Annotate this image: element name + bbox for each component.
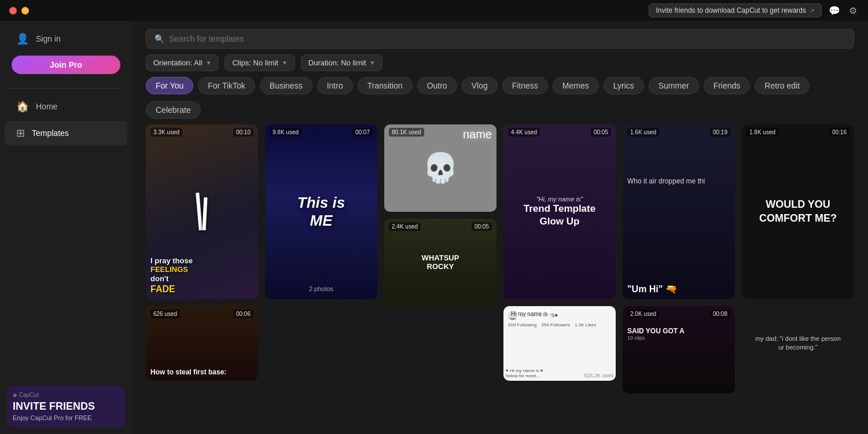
capcut-logo: ◈ CapCut bbox=[13, 392, 119, 398]
orientation-label: Orientation: All bbox=[153, 58, 203, 67]
card3-overlay-top: 80.1K used name bbox=[384, 124, 496, 145]
duration-filter[interactable]: Duration: No limit ▼ bbox=[301, 54, 383, 71]
card1-duration-badge: 00:10 bbox=[233, 128, 253, 137]
sidebar-item-templates[interactable]: ⊞ Templates bbox=[5, 121, 127, 145]
sidebar: 👤 Sign in Join Pro 🏠 Home ⊞ Templates ◈ … bbox=[0, 21, 132, 434]
card6-overlay-top: 1.8K used 00:16 bbox=[742, 124, 854, 140]
card4b-meta-bottom: 525.2K used bbox=[584, 369, 613, 380]
clips-filter[interactable]: Clips: No limit ▼ bbox=[225, 54, 295, 71]
card3b-overlay-top: 2.4K used 00:05 bbox=[384, 219, 496, 234]
traffic-light-red[interactable] bbox=[9, 7, 17, 14]
clips-label: Clips: No limit bbox=[232, 58, 278, 67]
traffic-light-yellow[interactable] bbox=[21, 7, 29, 14]
tag-business[interactable]: Business bbox=[260, 77, 312, 94]
card5-duration-badge: 00:19 bbox=[710, 128, 730, 137]
template-card-glow-up[interactable]: 4.4K used 00:05 "Hi, my name is" Trend T… bbox=[503, 124, 616, 299]
template-card-would-you[interactable]: 1.8K used 00:16 WOULD YOUCOMFORT ME? WOU… bbox=[742, 124, 854, 299]
tags-row-2: Celebrate bbox=[132, 101, 868, 124]
card4-overlay-top: 4.4K used 00:05 bbox=[503, 124, 616, 140]
message-icon[interactable]: 💬 bbox=[829, 5, 840, 16]
tag-for-you[interactable]: For You bbox=[146, 77, 193, 94]
tag-friends[interactable]: Friends bbox=[704, 77, 751, 94]
card1-overlay-top: 3.3K used 00:10 bbox=[146, 124, 258, 140]
polaroid-2 bbox=[203, 197, 208, 230]
invite-card-sub: Enjoy CapCut Pro for FREE bbox=[13, 414, 119, 421]
tag-transition[interactable]: Transition bbox=[358, 77, 413, 94]
invite-banner[interactable]: Invite friends to download CapCut to get… bbox=[649, 3, 822, 17]
card-thumbnail-1: I pray thoseFEELINGSdon'tFADE 3.3K used … bbox=[146, 124, 258, 299]
tag-summer[interactable]: Summer bbox=[649, 77, 699, 94]
polaroid-group bbox=[197, 193, 207, 230]
card3b-text: WHATSUPROCKY bbox=[422, 253, 459, 271]
duration-chevron-icon: ▼ bbox=[370, 60, 376, 66]
template-card-rock-with-me[interactable]: 2.0K used 00:08 SAID YOU GOT A 10 clips … bbox=[623, 306, 735, 393]
template-card-this-is-me[interactable]: 9.8K used 00:07 This isME 2 photos This … bbox=[265, 124, 377, 299]
card2-main-text: This isME bbox=[293, 189, 350, 234]
home-label: Home bbox=[36, 102, 57, 111]
invite-friends-card[interactable]: ◈ CapCut INVITE FRIENDS Enjoy CapCut Pro… bbox=[7, 386, 125, 427]
polaroid-photo-2 bbox=[204, 199, 205, 225]
card5-who-dropped: Who it air dropped me thi bbox=[627, 177, 730, 185]
tag-fitness[interactable]: Fitness bbox=[502, 77, 548, 94]
card5-um-hi-text: "Um Hi" 🔫 bbox=[627, 284, 677, 295]
card6-main-text: WOULD YOUCOMFORT ME? bbox=[750, 189, 846, 234]
card2-thumbnail: 9.8K used 00:07 This isME 2 photos bbox=[265, 124, 377, 299]
card3-name-text: name bbox=[463, 128, 492, 141]
tag-vlog[interactable]: Vlog bbox=[462, 77, 498, 94]
card5-used-badge: 1.6K used bbox=[627, 128, 659, 137]
template-card-hi-my-name-profile[interactable]: Hi my name is ♥ EASY-EDITS♥ 209 Followin… bbox=[503, 306, 616, 381]
card4-duration-badge: 00:05 bbox=[591, 128, 611, 137]
filters-row: Orientation: All ▼ Clips: No limit ▼ Dur… bbox=[132, 54, 868, 77]
card5b-used-badge: 2.0K used bbox=[627, 310, 659, 318]
template-card-my-dad[interactable]: my dad: "i dont like the personur becomi… bbox=[742, 306, 854, 381]
invite-card-title: INVITE FRIENDS bbox=[13, 400, 119, 413]
sidebar-item-home[interactable]: 🏠 Home bbox=[5, 94, 127, 119]
template-grid: I pray thoseFEELINGSdon'tFADE 3.3K used … bbox=[146, 124, 854, 393]
template-card-ride-for-me[interactable]: I pray thoseFEELINGSdon'tFADE 3.3K used … bbox=[146, 124, 258, 299]
card4b-overlay-top: Hi my name is bbox=[503, 306, 616, 322]
card1b-used-badge: 626 used bbox=[150, 310, 180, 318]
topbar: Invite friends to download CapCut to get… bbox=[0, 0, 868, 21]
settings-icon[interactable]: ⚙ bbox=[847, 5, 859, 16]
card5-overlay-top: 1.6K used 00:19 bbox=[623, 124, 735, 140]
card4-text: "Hi, my name is" Trend TemplateGlow Up bbox=[519, 191, 600, 233]
skeleton-icon: 💀 bbox=[422, 151, 458, 185]
card2-sub-text: 2 photos bbox=[309, 285, 333, 292]
template-card-um-hi[interactable]: 1.6K used 00:19 Who it air dropped me th… bbox=[623, 124, 735, 299]
join-pro-button[interactable]: Join Pro bbox=[12, 56, 120, 74]
orientation-filter[interactable]: Orientation: All ▼ bbox=[146, 54, 219, 71]
card6-used-badge: 1.8K used bbox=[746, 128, 778, 137]
home-icon: 🏠 bbox=[16, 100, 29, 113]
card3-used-badge: 80.1K used bbox=[389, 128, 424, 137]
card5-thumbnail: 1.6K used 00:19 Who it air dropped me th… bbox=[623, 124, 735, 299]
card1-thumb-text: I pray thoseFEELINGSdon'tFADE bbox=[150, 256, 253, 295]
template-card-new-meme[interactable]: 80.1K used name 💀 New meme bbox=[384, 124, 496, 212]
template-card-rocky-riri[interactable]: 2.4K used 00:05 WHATSUPROCKY Rocky and r… bbox=[384, 219, 496, 306]
card3b-thumbnail: 2.4K used 00:05 WHATSUPROCKY bbox=[384, 219, 496, 306]
template-card-steal-base[interactable]: 626 used 00:06 How to steal first base: bbox=[146, 306, 258, 381]
tag-for-tiktok[interactable]: For TikTok bbox=[198, 77, 255, 94]
card3b-duration-badge: 00:05 bbox=[472, 222, 492, 231]
card2-duration-badge: 00:07 bbox=[352, 128, 373, 137]
card5b-thumbnail: 2.0K used 00:08 SAID YOU GOT A 10 clips bbox=[623, 306, 735, 393]
tag-memes[interactable]: Memes bbox=[553, 77, 599, 94]
card3b-used-badge: 2.4K used bbox=[389, 222, 421, 231]
search-input[interactable] bbox=[169, 34, 845, 43]
user-icon: 👤 bbox=[16, 32, 29, 45]
invite-arrow-icon: ↗ bbox=[810, 8, 814, 14]
card1b-overlay-top: 626 used 00:06 bbox=[146, 306, 258, 322]
sidebar-bottom: ◈ CapCut INVITE FRIENDS Enjoy CapCut Pro… bbox=[0, 379, 132, 434]
tag-intro[interactable]: Intro bbox=[317, 77, 353, 94]
card2-overlay-top: 9.8K used 00:07 bbox=[265, 124, 377, 140]
signin-label: Sign in bbox=[36, 34, 61, 43]
search-bar: 🔍 bbox=[146, 29, 854, 49]
orientation-chevron-icon: ▼ bbox=[206, 60, 212, 66]
clips-chevron-icon: ▼ bbox=[282, 60, 288, 66]
tag-lyrics[interactable]: Lyrics bbox=[604, 77, 644, 94]
sidebar-item-signin[interactable]: 👤 Sign in bbox=[5, 27, 127, 51]
tag-outro[interactable]: Outro bbox=[417, 77, 457, 94]
main-layout: 👤 Sign in Join Pro 🏠 Home ⊞ Templates ◈ … bbox=[0, 21, 868, 434]
tag-retro-edit[interactable]: Retro edit bbox=[755, 77, 810, 94]
tag-celebrate[interactable]: Celebrate bbox=[146, 101, 201, 119]
card5b-said-text: SAID YOU GOT A bbox=[627, 327, 730, 335]
